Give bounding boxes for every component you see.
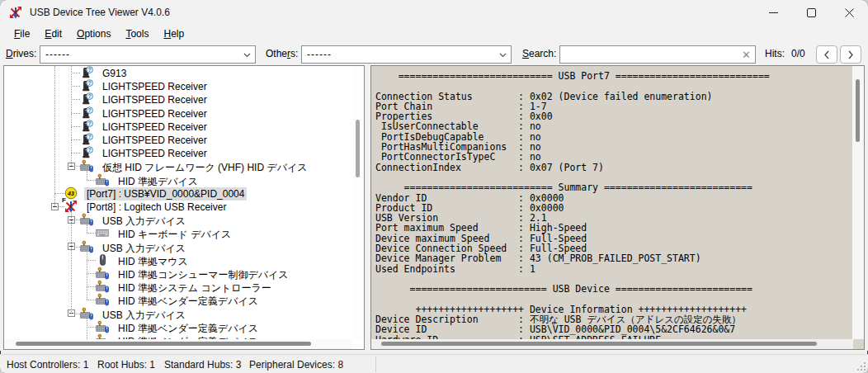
svg-text:?: ? [88,134,92,139]
device-details-panel: =========================== USB Port7 ==… [370,65,865,350]
tree-hscroll-thumb[interactable] [16,342,311,346]
tree-connector [87,180,96,181]
search-input[interactable] [564,47,737,62]
unknown-device-icon: ? [80,146,93,159]
menu-item-help[interactable]: Help [156,26,191,41]
close-icon [845,8,854,17]
clear-search-icon[interactable]: ✕ [742,49,751,61]
drives-combo[interactable]: ------ [40,45,256,64]
tree-connector [71,153,80,153]
tree-connector [71,66,72,166]
svg-text:?: ? [88,107,92,113]
details-horizontal-scrollbar[interactable] [371,339,853,349]
status-item: Root Hubs: 1 [97,359,155,371]
status-item: Peripheral Devices: 8 [249,359,343,371]
tree-connector [71,86,80,87]
main-area: ?G913 ?LIGHTSPEED Receiver ?LIGHTSPEED R… [0,64,868,351]
tree-connector [71,99,80,100]
close-button[interactable] [830,0,868,25]
details-vertical-scrollbar[interactable] [852,66,864,339]
maximize-button[interactable] [792,0,830,25]
tree-connector [54,193,64,194]
minimize-button[interactable] [754,0,792,25]
svg-text:?: ? [88,120,92,126]
status-item: Host Controllers: 1 [7,359,88,371]
input-device-icon [96,320,109,333]
chevron-down-icon [498,50,507,62]
tree-item-label[interactable]: LIGHTSPEED Receiver [100,134,210,147]
maximize-icon [807,8,816,17]
others-combo-value: ------ [307,49,332,60]
others-label: Others: [266,48,298,59]
mouse-icon [96,253,109,267]
tree-connector [87,327,96,328]
tree-connector [87,224,87,233]
minimize-icon [769,8,778,17]
tree-connector [87,260,96,261]
hits-value: 0/0 [791,48,805,59]
menu-item-file[interactable]: File [7,26,37,41]
tree-item-label[interactable]: LIGHTSPEED Receiver [100,107,210,120]
menu-bar: FileEditOptionsToolsHelp [0,25,868,43]
tree-item-label[interactable]: LIGHTSPEED Receiver [100,93,210,106]
chevron-right-icon [847,50,854,59]
input-device-icon [96,333,109,339]
tree-connector [87,171,87,180]
tree-item-label[interactable]: LIGHTSPEED Receiver [100,120,210,134]
status-bar: Host Controllers: 1Root Hubs: 1Standard … [0,354,868,373]
status-item: Standard Hubs: 3 [164,359,241,371]
unknown-device-icon: ? [80,79,93,92]
input-device-icon [96,280,109,293]
input-device-icon [96,267,109,280]
svg-text:?: ? [88,80,92,86]
window-title: USB Device Tree Viewer V4.0.6 [30,7,170,18]
chevron-left-icon [823,50,830,59]
svg-text:?: ? [88,147,92,153]
details-vscroll-thumb[interactable] [856,79,860,142]
tree-item-label[interactable]: LIGHTSPEED Receiver [100,80,210,93]
toolbar: Drives: ------ Others: ------ Search: ✕ … [0,43,868,64]
keyboard-icon [96,226,109,239]
details-hscroll-thumb[interactable] [381,342,817,346]
hits-label: Hits: [765,48,785,59]
others-combo[interactable]: ------ [301,45,512,64]
drives-combo-value: ------ [45,49,70,60]
unknown-device-icon: ? [80,106,93,120]
tree-connector [87,318,87,339]
app-usb-icon [9,6,22,19]
tree-connector [71,211,72,314]
previous-hit-button[interactable] [816,45,837,64]
unknown-device-icon: ? [80,92,93,106]
tree-vscroll-thumb[interactable] [356,120,360,177]
resize-grip[interactable] [856,361,866,371]
tree-item-label[interactable]: LIGHTSPEED Receiver [100,147,210,160]
tree-connector [71,126,80,127]
status-divider [375,356,376,372]
tree-item-label[interactable]: [Port8] : Logitech USB Receiver [84,201,229,214]
input-device-icon [96,173,109,186]
menu-item-options[interactable]: Options [69,26,118,41]
tree-connector [87,273,96,274]
tree-item-label[interactable]: [Port7] : USB¥VID_0000&PID_0004 [84,187,247,201]
search-label: Search: [522,48,556,59]
title-bar[interactable]: USB Device Tree Viewer V4.0.6 [0,0,868,25]
unknown-device-icon: ? [80,120,93,133]
input-device-icon [96,293,109,306]
drives-label: Drives: [6,48,36,59]
tree-vertical-scrollbar[interactable] [352,66,364,339]
app-window: USB Device Tree Viewer V4.0.6 FileEditOp… [0,0,868,373]
tree-connector [54,66,55,206]
menu-item-edit[interactable]: Edit [37,26,69,41]
svg-text:43: 43 [67,190,74,196]
unknown-device-icon: ? [80,66,93,79]
menu-item-tools[interactable]: Tools [118,26,156,41]
svg-text:?: ? [88,93,92,99]
search-box: ✕ [559,45,756,64]
tree-item-label[interactable]: G913 [100,67,129,80]
tree-horizontal-scrollbar[interactable] [4,339,352,349]
problem-code-icon: 43 [64,186,78,200]
unknown-device-icon: ? [80,133,93,146]
next-hit-button[interactable] [840,45,861,64]
tree-connector [87,251,87,300]
details-text: =========================== USB Port7 ==… [371,66,853,339]
